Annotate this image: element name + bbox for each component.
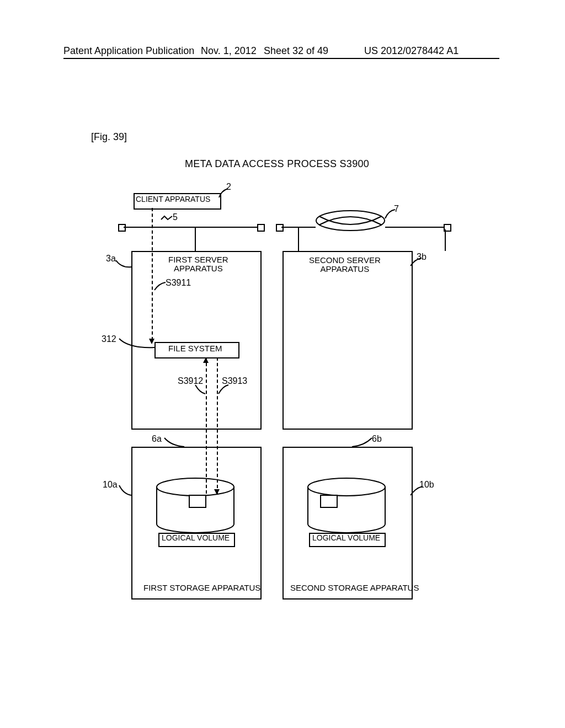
ref-6b-lead-icon [351,437,373,448]
ref-2-lead-icon [218,188,229,199]
svg-point-2 [308,478,385,496]
ref-6b: 6b [372,434,382,444]
net7-end-left [276,224,284,232]
first-server-label: FIRST SERVER APPARATUS [168,255,228,273]
net7-line-right [385,227,445,228]
ref-7-lead-icon [384,208,396,220]
net5-end-left [118,224,126,232]
s3912-arrowhead-icon [203,357,209,363]
drop-to-srv1 [195,227,196,251]
network-cloud-icon [315,208,386,233]
s3912-lead-icon [194,384,206,395]
lv1-data-icon [189,495,206,508]
second-storage-label: SECOND STORAGE APPARATUS [290,583,419,592]
net5-end-right [257,224,265,232]
patent-page: Patent Application Publication Nov. 1, 2… [0,0,565,728]
lv2-data-icon [320,495,338,508]
step-s3911: S3911 [166,278,191,288]
ref-5: 5 [173,212,178,222]
header-rule [63,58,499,59]
drop-to-srv2-left [298,227,299,251]
first-storage-label: FIRST STORAGE APPARATUS [143,583,260,592]
ref-312: 312 [102,334,116,344]
logical-volume-2-label: LOGICAL VOLUME [312,533,380,542]
ref-5-lead-icon [160,214,173,222]
file-system-label: FILE SYSTEM [168,344,222,353]
logical-volume-2-cylinder-icon [307,477,387,534]
ref-6a: 6a [152,434,162,444]
s3911-line [152,208,153,340]
second-server-label: SECOND SERVER APPARATUS [309,256,381,274]
ref-312-lead-icon [118,338,156,350]
figure-label: [Fig. 39] [91,131,127,143]
header-sheet: Sheet 32 of 49 [264,45,328,57]
ref-10a: 10a [103,480,118,490]
client-apparatus-label: CLIENT APPARATUS [136,195,210,204]
ref-10a-lead-icon [118,484,132,496]
s3913-lead-icon [217,384,230,395]
svg-point-0 [316,211,385,231]
second-server-box [282,251,413,430]
svg-point-1 [157,478,234,496]
s3912-line [206,357,207,494]
ref-10b-lead-icon [409,485,424,497]
s3913-arrowhead-icon [214,489,220,495]
s3913-line [217,357,218,494]
drop-to-srv2-right [445,229,446,251]
logical-volume-1-label: LOGICAL VOLUME [162,533,230,542]
ref-6a-lead-icon [163,436,185,448]
header-date: Nov. 1, 2012 [201,45,257,57]
s3911-lead-icon [153,281,167,291]
ref-3b-lead-icon [409,257,423,268]
figure-title: META DATA ACCESS PROCESS S3900 [185,158,369,170]
header-pubno: US 2012/0278442 A1 [364,45,459,57]
ref-3a-lead-icon [115,259,132,270]
net5-line [124,227,258,228]
header-left: Patent Application Publication [63,45,194,57]
